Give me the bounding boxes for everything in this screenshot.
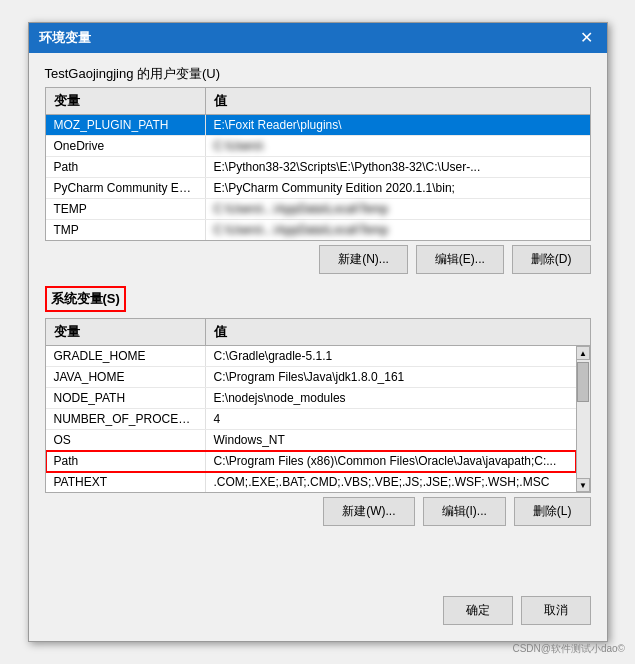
user-table-body[interactable]: MOZ_PLUGIN_PATHE:\Foxit Reader\plugins\O… — [46, 115, 590, 240]
user-cell-value: C:\Users\ — [206, 136, 590, 156]
user-table-row[interactable]: OneDriveC:\Users\ — [46, 136, 590, 157]
title-bar: 环境变量 ✕ — [29, 23, 607, 53]
sys-table-row[interactable]: NODE_PATHE:\nodejs\node_modules — [46, 388, 576, 409]
sys-cell-variable: PATHEXT — [46, 472, 206, 492]
user-table-row[interactable]: PyCharm Community Editi...E:\PyCharm Com… — [46, 178, 590, 199]
sys-cell-variable: OS — [46, 430, 206, 450]
user-table-row[interactable]: PathE:\Python38-32\Scripts\E:\Python38-3… — [46, 157, 590, 178]
sys-table-header: 变量 值 — [46, 319, 590, 346]
user-buttons: 新建(N)... 编辑(E)... 删除(D) — [45, 245, 591, 274]
sys-delete-button[interactable]: 删除(L) — [514, 497, 591, 526]
user-cell-value: E:\Python38-32\Scripts\E:\Python38-32\C:… — [206, 157, 590, 177]
sys-table-row[interactable]: PathC:\Program Files (x86)\Common Files\… — [46, 451, 576, 472]
user-table-row[interactable]: MOZ_PLUGIN_PATHE:\Foxit Reader\plugins\ — [46, 115, 590, 136]
sys-new-button[interactable]: 新建(W)... — [323, 497, 414, 526]
user-cell-variable: PyCharm Community Editi... — [46, 178, 206, 198]
dialog-title: 环境变量 — [39, 29, 91, 47]
sys-cell-value: Windows_NT — [206, 430, 576, 450]
sys-cell-value: C:\Program Files\Java\jdk1.8.0_161 — [206, 367, 576, 387]
sys-table-row[interactable]: NUMBER_OF_PROCESSORS4 — [46, 409, 576, 430]
scroll-thumb[interactable] — [577, 362, 589, 402]
confirm-button[interactable]: 确定 — [443, 596, 513, 625]
env-vars-dialog: 环境变量 ✕ TestGaojingjing 的用户变量(U) 变量 值 MOZ… — [28, 22, 608, 642]
sys-cell-value: C:\Program Files (x86)\Common Files\Orac… — [206, 451, 576, 471]
user-cell-variable: OneDrive — [46, 136, 206, 156]
sys-cell-value: E:\nodejs\node_modules — [206, 388, 576, 408]
user-edit-button[interactable]: 编辑(E)... — [416, 245, 504, 274]
footer-buttons: 确定 取消 — [45, 596, 591, 629]
sys-cell-value: .COM;.EXE;.BAT;.CMD;.VBS;.VBE;.JS;.JSE;.… — [206, 472, 576, 492]
sys-edit-button[interactable]: 编辑(I)... — [423, 497, 506, 526]
sys-table-row[interactable]: JAVA_HOMEC:\Program Files\Java\jdk1.8.0_… — [46, 367, 576, 388]
user-cell-variable: TEMP — [46, 199, 206, 219]
user-new-button[interactable]: 新建(N)... — [319, 245, 408, 274]
user-vars-table: 变量 值 MOZ_PLUGIN_PATHE:\Foxit Reader\plug… — [45, 87, 591, 241]
user-section: TestGaojingjing 的用户变量(U) 变量 值 MOZ_PLUGIN… — [45, 65, 591, 274]
sys-cell-variable: GRADLE_HOME — [46, 346, 206, 366]
sys-cell-variable: Path — [46, 451, 206, 471]
user-cell-value: C:\Users\...\AppData\Local\Temp — [206, 199, 590, 219]
sys-section: 系统变量(S) 变量 值 GRADLE_HOMEC:\Gradle\gradle… — [45, 286, 591, 580]
user-col-value: 值 — [206, 88, 590, 114]
sys-buttons: 新建(W)... 编辑(I)... 删除(L) — [45, 497, 591, 526]
user-section-label: TestGaojingjing 的用户变量(U) — [45, 65, 591, 83]
sys-cell-variable: NUMBER_OF_PROCESSORS — [46, 409, 206, 429]
sys-col-value: 值 — [206, 319, 590, 345]
cancel-button[interactable]: 取消 — [521, 596, 591, 625]
sys-table-row[interactable]: OSWindows_NT — [46, 430, 576, 451]
sys-scrollbar[interactable]: ▲ ▼ — [576, 346, 590, 492]
user-cell-value: E:\Foxit Reader\plugins\ — [206, 115, 590, 135]
user-delete-button[interactable]: 删除(D) — [512, 245, 591, 274]
sys-table-row[interactable]: PATHEXT.COM;.EXE;.BAT;.CMD;.VBS;.VBE;.JS… — [46, 472, 576, 492]
user-cell-variable: Path — [46, 157, 206, 177]
watermark: CSDN@软件测试小dao© — [512, 642, 625, 656]
sys-vars-table: 变量 值 GRADLE_HOMEC:\Gradle\gradle-5.1.1JA… — [45, 318, 591, 493]
user-table-header: 变量 值 — [46, 88, 590, 115]
scroll-down-arrow[interactable]: ▼ — [576, 478, 590, 492]
dialog-body: TestGaojingjing 的用户变量(U) 变量 值 MOZ_PLUGIN… — [29, 53, 607, 641]
sys-cell-variable: JAVA_HOME — [46, 367, 206, 387]
sys-cell-value: 4 — [206, 409, 576, 429]
sys-col-variable: 变量 — [46, 319, 206, 345]
user-table-row[interactable]: TMPC:\Users\...\AppData\Local\Temp — [46, 220, 590, 240]
user-col-variable: 变量 — [46, 88, 206, 114]
user-cell-value: C:\Users\...\AppData\Local\Temp — [206, 220, 590, 240]
scroll-up-arrow[interactable]: ▲ — [576, 346, 590, 360]
sys-table-with-scroll: GRADLE_HOMEC:\Gradle\gradle-5.1.1JAVA_HO… — [46, 346, 590, 492]
user-cell-value: E:\PyCharm Community Edition 2020.1.1\bi… — [206, 178, 590, 198]
sys-cell-variable: NODE_PATH — [46, 388, 206, 408]
user-table-row[interactable]: TEMPC:\Users\...\AppData\Local\Temp — [46, 199, 590, 220]
sys-table-row[interactable]: GRADLE_HOMEC:\Gradle\gradle-5.1.1 — [46, 346, 576, 367]
sys-section-label: 系统变量(S) — [45, 286, 126, 312]
sys-table-body[interactable]: GRADLE_HOMEC:\Gradle\gradle-5.1.1JAVA_HO… — [46, 346, 590, 492]
close-button[interactable]: ✕ — [576, 30, 597, 46]
user-cell-variable: TMP — [46, 220, 206, 240]
sys-section-title-box: 系统变量(S) — [45, 286, 591, 312]
user-cell-variable: MOZ_PLUGIN_PATH — [46, 115, 206, 135]
sys-cell-value: C:\Gradle\gradle-5.1.1 — [206, 346, 576, 366]
